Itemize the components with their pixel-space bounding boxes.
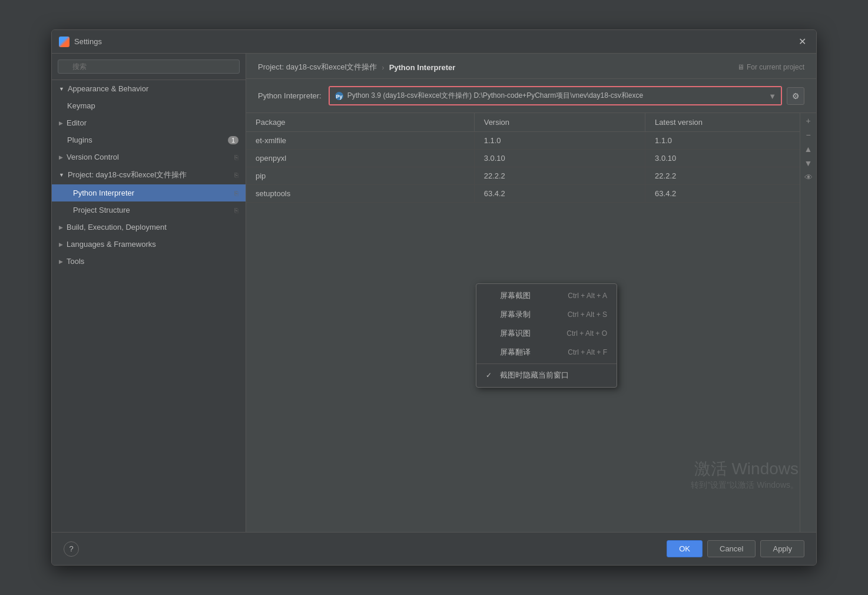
packages-table: Package Version Latest version (246, 113, 816, 203)
ok-button[interactable]: OK (667, 540, 703, 557)
ctx-label-translate: 屏幕翻译 (500, 347, 531, 358)
ctx-item-record[interactable]: 屏幕录制 Ctrl + Alt + S (476, 305, 617, 324)
sidebar-item-label: Tools (67, 257, 84, 266)
sidebar-item-label: Python Interpreter (73, 189, 134, 197)
close-button[interactable]: ✕ (795, 35, 809, 49)
package-name: pip (246, 167, 474, 185)
add-package-button[interactable]: + (802, 114, 815, 127)
package-latest: 3.0.10 (645, 150, 816, 167)
eye-button[interactable]: 👁 (802, 171, 815, 184)
apply-button[interactable]: Apply (760, 540, 804, 557)
ctx-item-hide[interactable]: ✓ 截图时隐藏当前窗口 (476, 366, 617, 385)
sidebar-item-project-structure[interactable]: Project Structure ⎘ (52, 201, 246, 219)
interpreter-value: Python 3.9 (day18-csv和excel文件操作) D:\Pyth… (347, 91, 644, 101)
table-row[interactable]: pip 22.2.2 22.2.2 (246, 167, 816, 185)
ctx-label-screenshot: 屏幕截图 (500, 290, 531, 301)
sidebar-item-appearance-behavior[interactable]: ▼ Appearance & Behavior (52, 80, 246, 97)
col-version: Version (474, 113, 645, 132)
copy-icon: ⎘ (234, 207, 238, 214)
sidebar-item-project[interactable]: ▼ Project: day18-csv和excel文件操作 ⎘ (52, 166, 246, 184)
col-latest: Latest version (645, 113, 816, 132)
sidebar-item-version-control[interactable]: ▶ Version Control ⎘ (52, 148, 246, 166)
sidebar-item-tools[interactable]: ▶ Tools (52, 253, 246, 270)
sidebar-item-label: Project Structure (73, 206, 130, 214)
copy-icon: ⎘ (234, 190, 238, 197)
ctx-item-translate[interactable]: 屏幕翻译 Ctrl + Alt + F (476, 343, 617, 362)
expand-arrow-icon: ▼ (59, 86, 64, 92)
expand-arrow-icon: ▶ (59, 120, 63, 126)
copy-icon: ⎘ (234, 171, 238, 178)
interpreter-label: Python Interpreter: (258, 91, 322, 100)
sidebar-item-label: Plugins (67, 135, 92, 144)
scroll-up-button[interactable]: ▲ (802, 143, 815, 156)
project-icon: 🖥 (737, 63, 744, 71)
content-area: Project: day18-csv和excel文件操作 › Python In… (246, 54, 816, 532)
ctx-label-hide: 截图时隐藏当前窗口 (500, 370, 569, 381)
package-version: 3.0.10 (474, 150, 645, 167)
remove-package-button[interactable]: − (802, 128, 815, 141)
ctx-item-screenshot[interactable]: 屏幕截图 Ctrl + Alt + A (476, 286, 617, 305)
python-icon: Py (334, 91, 344, 101)
expand-arrow-icon: ▶ (59, 242, 63, 247)
copy-icon: ⎘ (234, 154, 238, 161)
sidebar-item-python-interpreter[interactable]: Python Interpreter ⎘ (52, 184, 246, 201)
ctx-separator (476, 363, 617, 364)
svg-text:Py: Py (336, 94, 342, 100)
title-bar: Settings ✕ (52, 30, 816, 54)
breadcrumb: Project: day18-csv和excel文件操作 › Python In… (258, 62, 455, 72)
gear-icon: ⚙ (792, 91, 800, 101)
search-input[interactable] (58, 60, 240, 74)
context-menu: 屏幕截图 Ctrl + Alt + A 屏幕录制 Ctrl + Alt + S … (476, 283, 617, 388)
package-latest: 63.4.2 (645, 185, 816, 203)
expand-arrow-icon: ▼ (59, 172, 64, 178)
main-area: 🔍 ▼ Appearance & Behavior Keymap ▶ Edito… (52, 54, 816, 532)
plugins-badge: 1 (228, 136, 238, 144)
table-row[interactable]: setuptools 63.4.2 63.4.2 (246, 185, 816, 203)
ctx-shortcut-screenshot: Ctrl + Alt + A (568, 292, 607, 300)
package-version: 22.2.2 (474, 167, 645, 185)
table-row[interactable]: et-xmlfile 1.1.0 1.1.0 (246, 132, 816, 150)
footer: ? OK Cancel Apply (52, 532, 816, 565)
table-row[interactable]: openpyxl 3.0.10 3.0.10 (246, 150, 816, 167)
breadcrumb-current: Python Interpreter (389, 63, 456, 72)
sidebar-item-label: Languages & Frameworks (67, 240, 156, 249)
cancel-button[interactable]: Cancel (707, 540, 756, 557)
sidebar-item-label: Editor (67, 118, 87, 127)
sidebar-item-label: Keymap (67, 101, 95, 110)
interpreter-row: Python Interpreter: Py Python 3.9 (day18… (246, 79, 816, 113)
sidebar-item-label: Build, Execution, Deployment (67, 223, 167, 232)
package-name: openpyxl (246, 150, 474, 167)
col-package: Package (246, 113, 474, 132)
interpreter-select[interactable]: Py Python 3.9 (day18-csv和excel文件操作) D:\P… (330, 87, 781, 104)
search-wrapper: 🔍 (58, 60, 240, 74)
expand-arrow-icon: ▶ (59, 259, 63, 265)
for-current-project: 🖥 For current project (737, 63, 804, 71)
app-icon (59, 37, 69, 47)
sidebar-item-plugins[interactable]: Plugins 1 (52, 131, 246, 148)
breadcrumb-separator: › (382, 63, 384, 72)
package-latest: 1.1.0 (645, 132, 816, 150)
ctx-shortcut-ocr: Ctrl + Alt + O (566, 329, 607, 338)
sidebar-item-build-execution[interactable]: ▶ Build, Execution, Deployment (52, 219, 246, 236)
expand-arrow-icon: ▶ (59, 224, 63, 230)
content-header: Project: day18-csv和excel文件操作 › Python In… (246, 54, 816, 79)
package-name: setuptools (246, 185, 474, 203)
package-version: 63.4.2 (474, 185, 645, 203)
sidebar-item-label: Version Control (67, 153, 119, 161)
sidebar-item-label: Appearance & Behavior (68, 84, 148, 93)
help-button[interactable]: ? (64, 541, 79, 557)
sidebar-item-label: Project: day18-csv和excel文件操作 (68, 170, 187, 180)
ctx-item-ocr[interactable]: 屏幕识图 Ctrl + Alt + O (476, 324, 617, 343)
ctx-shortcut-record: Ctrl + Alt + S (568, 310, 607, 319)
scroll-down-button[interactable]: ▼ (802, 157, 815, 170)
ctx-check-hide: ✓ (486, 371, 495, 379)
interpreter-gear-button[interactable]: ⚙ (787, 87, 804, 105)
sidebar-item-keymap[interactable]: Keymap (52, 97, 246, 114)
sidebar-item-editor[interactable]: ▶ Editor (52, 114, 246, 131)
sidebar-item-languages-frameworks[interactable]: ▶ Languages & Frameworks (52, 236, 246, 253)
footer-left: ? (64, 541, 79, 557)
dialog-title: Settings (74, 37, 102, 46)
expand-arrow-icon: ▶ (59, 154, 63, 160)
for-current-project-label: For current project (747, 63, 804, 71)
settings-dialog: Settings ✕ 🔍 ▼ Appearance & Behavior Key… (51, 29, 817, 566)
